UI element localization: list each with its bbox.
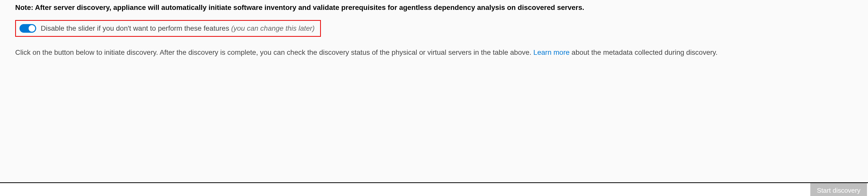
toggle-label: Disable the slider if you don't want to … (41, 23, 315, 34)
instruction-text: Click on the button below to initiate di… (15, 48, 853, 58)
note-heading: Note: After server discovery, appliance … (15, 3, 853, 13)
toggle-label-text: Disable the slider if you don't want to … (41, 24, 231, 32)
learn-more-link[interactable]: Learn more (533, 49, 570, 56)
toggle-hint: (you can change this later) (231, 24, 315, 32)
toggle-knob (29, 25, 35, 32)
instruction-suffix: about the metadata collected during disc… (570, 49, 718, 56)
feature-toggle[interactable] (20, 24, 36, 33)
feature-toggle-row: Disable the slider if you don't want to … (15, 20, 321, 37)
instruction-prefix: Click on the button below to initiate di… (15, 49, 533, 56)
